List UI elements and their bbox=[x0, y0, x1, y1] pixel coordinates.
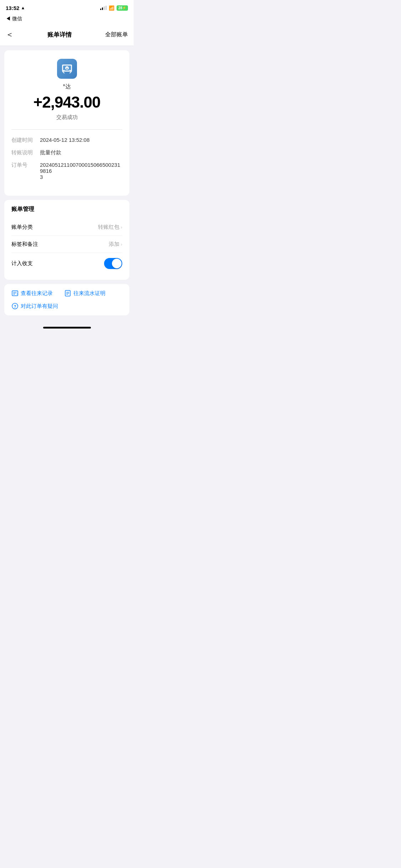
time-value: 2024-05-12 13:52:08 bbox=[40, 137, 122, 143]
status-time: 13:52 ▲ bbox=[6, 5, 25, 11]
remark-value: 批量付款 bbox=[40, 149, 122, 156]
time-label: 创建时间 bbox=[11, 137, 40, 144]
transaction-status: 交易成功 bbox=[11, 114, 122, 121]
nav-header: ＜ 账单详情 全部账单 bbox=[0, 25, 134, 46]
tag-row[interactable]: 标签和备注 添加 › bbox=[11, 236, 122, 253]
question-icon: ? bbox=[11, 303, 19, 310]
svg-text:¥: ¥ bbox=[66, 67, 68, 70]
wechat-back-bar: ◀ 微信 bbox=[0, 16, 134, 25]
income-row: 计入收支 bbox=[11, 253, 122, 274]
category-chevron: › bbox=[121, 224, 122, 230]
merchant-icon: ¥ bbox=[57, 59, 77, 79]
transfer-icon-svg: ¥ bbox=[61, 62, 73, 75]
merchant-name: *达 bbox=[11, 83, 122, 91]
proof-icon bbox=[64, 290, 71, 297]
tag-chevron: › bbox=[121, 242, 122, 247]
question-label: 对此订单有疑问 bbox=[21, 303, 58, 310]
history-icon bbox=[11, 290, 19, 297]
home-indicator bbox=[0, 320, 134, 331]
merchant-icon-wrap: ¥ bbox=[11, 59, 122, 79]
category-row[interactable]: 账单分类 转账红包 › bbox=[11, 219, 122, 236]
action-row-1: 查看往来记录 往来流水证明 bbox=[11, 290, 122, 297]
tag-label: 标签和备注 bbox=[11, 241, 38, 248]
detail-row-order: 订单号 20240512110070001506650023198163 bbox=[11, 162, 122, 180]
detail-row-remark: 转账说明 批量付款 bbox=[11, 149, 122, 156]
tag-value: 添加 › bbox=[109, 241, 122, 248]
order-value: 20240512110070001506650023198163 bbox=[40, 162, 122, 180]
flow-proof-link[interactable]: 往来流水证明 bbox=[64, 290, 106, 297]
transaction-card: ¥ *达 +2,943.00 交易成功 创建时间 2024-05-12 13:5… bbox=[4, 50, 129, 196]
order-label: 订单号 bbox=[11, 162, 40, 169]
management-title: 账单管理 bbox=[11, 206, 122, 213]
signal-icon bbox=[100, 6, 107, 10]
management-section: 账单管理 账单分类 转账红包 › 标签和备注 添加 › 计入收支 bbox=[4, 200, 129, 280]
page-title: 账单详情 bbox=[47, 31, 72, 39]
category-label: 账单分类 bbox=[11, 224, 33, 231]
flow-proof-label: 往来流水证明 bbox=[73, 290, 106, 297]
wechat-back-label[interactable]: ◀ 微信 bbox=[6, 16, 22, 22]
card-divider bbox=[11, 129, 122, 130]
back-button[interactable]: ＜ bbox=[6, 29, 14, 40]
status-icons: 📶 28 bbox=[100, 5, 128, 11]
toggle-knob bbox=[112, 259, 122, 268]
income-label: 计入收支 bbox=[11, 260, 33, 267]
view-history-link[interactable]: 查看往来记录 bbox=[11, 290, 53, 297]
svg-text:?: ? bbox=[14, 304, 16, 309]
time-display: 13:52 bbox=[6, 5, 19, 11]
income-toggle[interactable] bbox=[104, 258, 122, 269]
action-section: 查看往来记录 往来流水证明 ? 对此订单有疑问 bbox=[4, 284, 129, 315]
transaction-amount: +2,943.00 bbox=[11, 93, 122, 111]
wifi-icon: 📶 bbox=[109, 5, 114, 11]
home-bar bbox=[43, 327, 91, 329]
category-value: 转账红包 › bbox=[98, 224, 122, 231]
view-history-label: 查看往来记录 bbox=[21, 290, 53, 297]
detail-row-time: 创建时间 2024-05-12 13:52:08 bbox=[11, 137, 122, 144]
question-link[interactable]: ? 对此订单有疑问 bbox=[11, 303, 122, 310]
battery-icon: 28 bbox=[117, 5, 128, 11]
remark-label: 转账说明 bbox=[11, 149, 40, 156]
status-bar: 13:52 ▲ 📶 28 bbox=[0, 0, 134, 16]
all-bills-button[interactable]: 全部账单 bbox=[105, 31, 128, 38]
location-arrow: ▲ bbox=[21, 5, 25, 10]
